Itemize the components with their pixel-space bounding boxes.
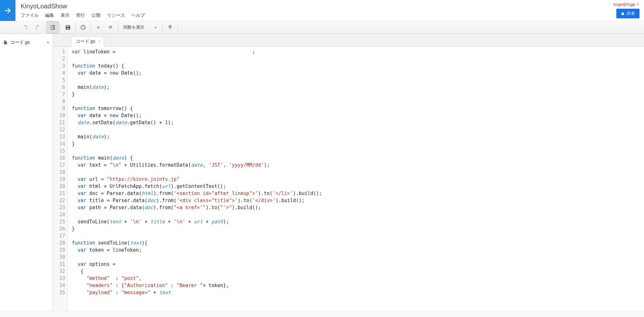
undo-button[interactable] <box>19 21 32 33</box>
menubar: ファイル 編集 表示 実行 公開 リソース ヘルプ <box>21 13 613 18</box>
editor-tabbar: コード.gs × <box>53 34 644 47</box>
menu-run[interactable]: 実行 <box>76 13 85 18</box>
caret-down-icon[interactable]: ▼ <box>46 41 50 44</box>
triggers-button[interactable] <box>77 21 89 33</box>
function-selector[interactable]: 関数を選択 ▼ <box>120 21 161 33</box>
close-icon[interactable]: × <box>98 39 101 44</box>
menu-resources[interactable]: リソース <box>107 13 125 18</box>
save-icon <box>65 24 71 30</box>
header-right: hoge@fuga ▼ 共有 <box>613 0 644 18</box>
code-content[interactable]: var lineToken = ; function today() { var… <box>68 47 644 311</box>
menu-help[interactable]: ヘルプ <box>131 13 145 18</box>
caret-down-icon: ▼ <box>636 3 639 6</box>
header-main: KinyoLoadShow ファイル 編集 表示 実行 公開 リソース ヘルプ <box>15 0 613 18</box>
tab-label: コード.gs <box>76 39 95 44</box>
menu-publish[interactable]: 公開 <box>91 13 101 18</box>
run-button[interactable] <box>92 21 104 33</box>
editor-tab[interactable]: コード.gs × <box>71 36 104 47</box>
save-button[interactable] <box>62 21 74 33</box>
clock-icon <box>80 24 86 30</box>
file-icon <box>3 40 8 45</box>
lock-icon <box>621 12 625 15</box>
user-account-menu[interactable]: hoge@fuga ▼ <box>613 2 639 7</box>
app-header: KinyoLoadShow ファイル 編集 表示 実行 公開 リソース ヘルプ … <box>0 0 644 21</box>
menu-file[interactable]: ファイル <box>21 13 39 18</box>
undo-icon <box>23 24 28 30</box>
lightbulb-icon <box>167 24 173 30</box>
bug-icon <box>108 24 113 30</box>
indent-icon <box>50 24 56 30</box>
separator <box>45 23 45 32</box>
hints-button[interactable] <box>164 21 176 33</box>
arrow-right-icon <box>3 6 12 15</box>
line-number-gutter: 1234567891011121314151617181920212223242… <box>53 47 68 311</box>
separator <box>60 23 61 32</box>
redo-button[interactable] <box>32 21 44 33</box>
caret-down-icon: ▼ <box>154 26 157 29</box>
separator <box>178 23 178 32</box>
menu-view[interactable]: 表示 <box>61 13 70 18</box>
menu-edit[interactable]: 編集 <box>45 13 54 18</box>
toolbar: 関数を選択 ▼ <box>0 21 644 34</box>
status-bar <box>0 311 644 317</box>
user-email-label: hoge@fuga <box>613 2 635 7</box>
separator <box>75 23 76 32</box>
function-selector-label: 関数を選択 <box>123 24 144 30</box>
separator <box>162 23 163 32</box>
code-editor[interactable]: 1234567891011121314151617181920212223242… <box>53 47 644 311</box>
play-icon <box>95 24 101 30</box>
file-name-label: コード.gs <box>10 40 44 45</box>
apps-script-logo[interactable] <box>0 0 15 21</box>
body: コード.gs ▼ コード.gs × 1234567891011121314151… <box>0 34 644 311</box>
separator <box>91 23 91 32</box>
separator <box>118 23 118 32</box>
indent-button[interactable] <box>47 21 59 33</box>
file-sidebar: コード.gs ▼ <box>0 34 53 311</box>
project-title[interactable]: KinyoLoadShow <box>21 3 613 10</box>
editor-wrap: コード.gs × 1234567891011121314151617181920… <box>53 34 644 311</box>
redo-icon <box>35 24 41 30</box>
sidebar-file-item[interactable]: コード.gs ▼ <box>0 38 53 47</box>
share-label: 共有 <box>627 11 635 16</box>
debug-button[interactable] <box>104 21 117 33</box>
share-button[interactable]: 共有 <box>616 9 639 18</box>
